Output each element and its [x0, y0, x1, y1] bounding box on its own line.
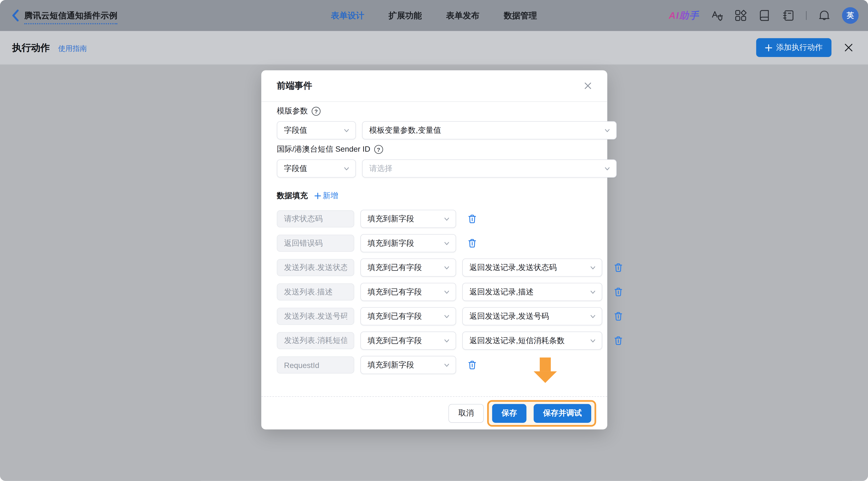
template-param-label-row: 模版参数 ?: [277, 106, 592, 116]
chevron-down-icon: [343, 165, 350, 172]
chevron-down-icon: [343, 127, 350, 134]
chevron-down-icon: [604, 127, 611, 134]
sender-id-value-select[interactable]: 请选择: [362, 159, 617, 178]
sender-id-label-row: 国际/港澳台短信 Sender ID ?: [277, 145, 592, 154]
template-param-value-select[interactable]: 模板变量参数,变量值: [362, 121, 617, 140]
translate-icon[interactable]: [711, 9, 723, 22]
page-title[interactable]: 腾讯云短信通知插件示例: [24, 10, 117, 20]
top-header: 腾讯云短信通知插件示例 表单设计扩展功能表单发布数据管理 AI助手: [0, 0, 868, 31]
data-fill-row: 填充到已有字段 返回发送记录,短信消耗条数: [277, 331, 592, 350]
fill-mode-select[interactable]: 填充到新字段: [361, 356, 456, 374]
action-toolbar: 执行动作 使用指南 添加执行动作: [0, 31, 868, 65]
delete-row-icon[interactable]: [468, 360, 476, 370]
fill-target-select[interactable]: 返回发送记录,短信消耗条数: [462, 331, 602, 350]
chevron-down-icon: [590, 289, 596, 295]
chevron-down-icon: [443, 264, 450, 271]
fill-target-select[interactable]: 返回发送记录,描述: [462, 283, 602, 301]
chevron-down-icon: [590, 337, 596, 344]
delete-row-icon[interactable]: [614, 263, 623, 272]
chevron-down-icon: [604, 165, 611, 172]
fill-mode-select[interactable]: 填充到已有字段: [361, 331, 456, 350]
tab-4[interactable]: 数据管理: [504, 10, 537, 21]
chevron-down-icon: [443, 216, 450, 222]
toolbar-left: 执行动作 使用指南: [0, 41, 87, 54]
data-fill-row: 填充到新字段: [277, 356, 592, 374]
help-icon[interactable]: ?: [374, 145, 383, 154]
source-field-input[interactable]: [277, 283, 354, 300]
modal-title: 前端事件: [277, 80, 312, 92]
template-param-row: 字段值 模板变量参数,变量值: [277, 121, 592, 140]
delete-row-icon[interactable]: [614, 312, 623, 321]
fill-mode-select[interactable]: 填充到已有字段: [361, 283, 456, 301]
data-fill-row: 填充到已有字段 返回发送记录,发送号码: [277, 307, 592, 325]
book-icon[interactable]: [758, 9, 771, 22]
close-modal-icon[interactable]: [584, 82, 592, 90]
content-area: 前端事件 模版参数 ? 字段值: [0, 65, 868, 481]
chevron-down-icon: [443, 240, 450, 247]
source-field-input[interactable]: [277, 259, 354, 276]
data-fill-row: 填充到新字段: [277, 210, 592, 228]
fill-target-select[interactable]: 返回发送记录,发送状态码: [462, 258, 602, 277]
delete-row-icon[interactable]: [468, 214, 476, 224]
delete-row-icon[interactable]: [614, 336, 623, 345]
tab-1[interactable]: 表单设计: [331, 10, 364, 21]
data-fill-row: 填充到已有字段 返回发送记录,发送状态码: [277, 258, 592, 277]
chevron-down-icon: [590, 264, 596, 271]
plus-icon: [314, 193, 321, 199]
template-param-type-select[interactable]: 字段值: [277, 121, 356, 140]
sender-id-row: 字段值 请选择: [277, 159, 592, 178]
ai-assistant-button[interactable]: AI助手: [669, 9, 699, 22]
app-window: 腾讯云短信通知插件示例 表单设计扩展功能表单发布数据管理 AI助手: [0, 0, 868, 481]
data-fill-rows: 填充到新字段 填充到新字段: [277, 210, 592, 374]
data-fill-row: 填充到已有字段 返回发送记录,描述: [277, 283, 592, 301]
chevron-down-icon: [443, 289, 450, 295]
avatar[interactable]: 英: [842, 7, 859, 24]
cancel-button[interactable]: 取消: [448, 404, 484, 422]
apps-icon[interactable]: [735, 9, 747, 22]
source-field-input[interactable]: [277, 332, 354, 349]
fill-mode-select[interactable]: 填充到新字段: [361, 234, 456, 252]
add-action-button[interactable]: 添加执行动作: [756, 38, 832, 57]
add-new-link[interactable]: 新增: [314, 191, 338, 201]
source-field-input[interactable]: [277, 308, 354, 325]
back-button[interactable]: [11, 9, 19, 22]
template-param-label: 模版参数: [277, 106, 308, 116]
main-nav: 表单设计扩展功能表单发布数据管理: [331, 0, 537, 31]
modal-footer: 取消 保存 保存并调试: [261, 397, 607, 429]
modal-body: 模版参数 ? 字段值 模板变量参数,变量值 国际/港澳台短信 Sender ID: [261, 102, 607, 380]
header-right: AI助手: [669, 7, 868, 24]
bell-icon[interactable]: [818, 9, 830, 22]
save-button[interactable]: 保存: [492, 404, 527, 422]
delete-row-icon[interactable]: [468, 238, 476, 248]
tab-2[interactable]: 扩展功能: [389, 10, 422, 21]
notebook-icon[interactable]: [782, 9, 795, 22]
source-field-input[interactable]: [277, 210, 354, 227]
fill-mode-select[interactable]: 填充到已有字段: [361, 307, 456, 325]
back-chevron-icon: [11, 9, 19, 22]
header-divider: [806, 11, 807, 20]
data-fill-row: 填充到新字段: [277, 234, 592, 252]
fill-mode-select[interactable]: 填充到新字段: [361, 210, 456, 228]
add-action-label: 添加执行动作: [776, 42, 823, 53]
add-new-label: 新增: [323, 191, 338, 201]
page-title-wrap: 腾讯云短信通知插件示例: [24, 10, 117, 24]
guide-link[interactable]: 使用指南: [58, 43, 87, 54]
panel-title: 执行动作: [12, 41, 50, 54]
fill-target-select[interactable]: 返回发送记录,发送号码: [462, 307, 602, 325]
source-field-input[interactable]: [277, 235, 354, 252]
help-icon[interactable]: ?: [312, 107, 320, 116]
chevron-down-icon: [443, 362, 450, 368]
sender-id-label: 国际/港澳台短信 Sender ID: [277, 145, 370, 154]
chevron-down-icon: [443, 337, 450, 344]
chevron-down-icon: [590, 313, 596, 320]
toolbar-right: 添加执行动作: [756, 38, 868, 57]
source-field-input[interactable]: [277, 356, 354, 374]
tab-3[interactable]: 表单发布: [446, 10, 479, 21]
close-panel-icon[interactable]: [844, 43, 853, 52]
highlight-box: 保存 保存并调试: [487, 400, 596, 426]
app-frame: 腾讯云短信通知插件示例 表单设计扩展功能表单发布数据管理 AI助手: [0, 0, 868, 481]
sender-id-type-select[interactable]: 字段值: [277, 159, 356, 178]
delete-row-icon[interactable]: [614, 287, 623, 297]
fill-mode-select[interactable]: 填充到已有字段: [361, 258, 456, 277]
save-and-debug-button[interactable]: 保存并调试: [534, 404, 591, 422]
